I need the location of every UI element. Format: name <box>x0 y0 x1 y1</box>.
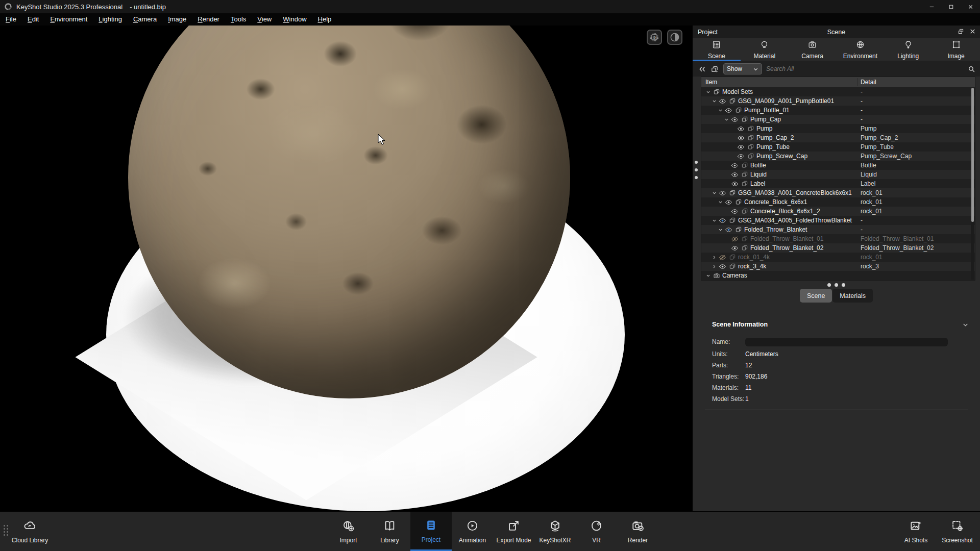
tree-row-rock-01-4k[interactable]: rock_01_4krock_01 <box>701 253 975 262</box>
search-input[interactable] <box>766 63 963 74</box>
scene-name-input[interactable] <box>745 338 948 346</box>
visibility-eye-icon[interactable] <box>736 153 746 160</box>
tree-row-cameras[interactable]: Cameras <box>701 271 975 280</box>
tree-row-concrete-block-6x6x1-2[interactable]: Concrete_Block_6x6x1_2rock_01 <box>701 207 975 216</box>
collapse-tree-icon[interactable] <box>698 65 706 73</box>
expander-icon[interactable] <box>717 227 724 233</box>
visibility-eye-icon[interactable] <box>730 116 740 123</box>
tree-row-liquid[interactable]: LiquidLiquid <box>701 170 975 179</box>
toolbar-ai-shots-button[interactable]: AI Shots <box>895 512 937 551</box>
tree-row-label[interactable]: LabelLabel <box>701 179 975 188</box>
visibility-eye-icon[interactable] <box>736 134 746 142</box>
menu-render[interactable]: Render <box>192 13 225 26</box>
scrollbar-thumb[interactable] <box>971 88 974 222</box>
tree-row-pump-bottle-01[interactable]: Pump_Bottle_01- <box>701 106 975 115</box>
toolbar-screenshot-button[interactable]: Screenshot <box>937 512 978 551</box>
menu-help[interactable]: Help <box>312 13 337 26</box>
close-panel-icon[interactable] <box>969 28 976 36</box>
toolbar-render-button[interactable]: Render <box>617 512 658 551</box>
tree-splitter-handle[interactable] <box>693 281 980 289</box>
panel-subtab-materials[interactable]: Materials <box>832 289 873 303</box>
expander-icon[interactable] <box>710 264 718 269</box>
tree-row-model-sets[interactable]: Model Sets- <box>701 87 975 96</box>
tree-row-folded-throw-blanket-01[interactable]: Folded_Throw_Blanket_01Folded_Throw_Blan… <box>701 234 975 243</box>
menu-lighting[interactable]: Lighting <box>93 13 128 26</box>
menu-tools[interactable]: Tools <box>225 13 252 26</box>
toolbar-cloud-library-button[interactable]: Cloud Library <box>9 512 51 551</box>
tree-row-pump-cap-2[interactable]: Pump_Cap_2Pump_Cap_2 <box>701 133 975 142</box>
column-detail[interactable]: Detail <box>861 79 876 86</box>
visibility-eye-icon[interactable] <box>730 244 740 252</box>
expander-icon[interactable] <box>717 199 724 205</box>
column-item[interactable]: Item <box>701 79 717 86</box>
tree-scrollbar[interactable] <box>971 88 974 280</box>
maximize-button[interactable] <box>941 0 961 13</box>
tab-material[interactable]: Material <box>741 38 789 61</box>
visibility-eye-icon[interactable] <box>718 189 727 197</box>
expander-icon[interactable] <box>704 89 712 95</box>
toolbar-export-mode-button[interactable]: Export Mode <box>493 512 534 551</box>
toolbar-vr-button[interactable]: VR <box>576 512 617 551</box>
menu-camera[interactable]: Camera <box>128 13 162 26</box>
add-model-set-icon[interactable] <box>710 65 719 73</box>
expander-icon[interactable] <box>710 98 718 104</box>
panel-subtab-scene[interactable]: Scene <box>800 289 832 303</box>
toolbar-keyshotxr-button[interactable]: KeyShotXR <box>534 512 576 551</box>
visibility-eye-off-icon[interactable] <box>718 254 727 261</box>
visibility-eye-partial-icon[interactable] <box>718 217 727 224</box>
tree-row-pump-tube[interactable]: Pump_TubePump_Tube <box>701 142 975 152</box>
expander-icon[interactable] <box>710 255 718 260</box>
visibility-eye-icon[interactable] <box>724 198 733 206</box>
tree-row-folded-throw-blanket-02[interactable]: Folded_Throw_Blanket_02Folded_Throw_Blan… <box>701 243 975 253</box>
panel-resize-handle[interactable] <box>695 161 698 179</box>
tree-row-bottle[interactable]: BottleBottle <box>701 161 975 170</box>
tree-row-gsg-ma009-a001-pumpbottle01[interactable]: GSG_MA009_A001_PumpBottle01- <box>701 96 975 106</box>
toolbar-import-button[interactable]: Import <box>328 512 369 551</box>
menu-file[interactable]: File <box>0 13 22 26</box>
tree-row-rock-3-4k[interactable]: rock_3_4krock_3 <box>701 262 975 271</box>
tab-lighting[interactable]: Lighting <box>884 38 932 61</box>
menu-view[interactable]: View <box>252 13 277 26</box>
close-button[interactable] <box>961 0 980 13</box>
menu-edit[interactable]: Edit <box>22 13 44 26</box>
expander-icon[interactable] <box>723 117 730 122</box>
menu-image[interactable]: Image <box>162 13 192 26</box>
undock-panel-icon[interactable] <box>958 28 964 36</box>
visibility-eye-icon[interactable] <box>736 125 746 133</box>
menu-window[interactable]: Window <box>277 13 312 26</box>
expander-icon[interactable] <box>717 108 724 113</box>
environment-sphere-button[interactable] <box>667 30 682 45</box>
tree-row-pump-screw-cap[interactable]: Pump_Screw_CapPump_Screw_Cap <box>701 152 975 161</box>
visibility-eye-icon[interactable] <box>730 180 740 188</box>
toolbar-library-button[interactable]: Library <box>369 512 410 551</box>
show-dropdown[interactable]: Show <box>723 63 762 74</box>
visibility-eye-off-icon[interactable] <box>730 235 740 243</box>
visibility-eye-icon[interactable] <box>724 107 733 114</box>
tree-row-gsg-ma034-a005-foldedthrowblanket[interactable]: GSG_MA034_A005_FoldedThrowBlanket- <box>701 216 975 225</box>
expander-icon[interactable] <box>710 218 718 223</box>
visibility-eye-icon[interactable] <box>730 208 740 215</box>
tab-camera[interactable]: Camera <box>789 38 837 61</box>
tree-row-pump[interactable]: PumpPump <box>701 124 975 133</box>
search-icon[interactable] <box>967 65 976 73</box>
expander-icon[interactable] <box>710 190 718 196</box>
expander-icon[interactable] <box>704 273 712 279</box>
tab-image[interactable]: Image <box>932 38 980 61</box>
visibility-eye-icon[interactable] <box>718 263 727 270</box>
visibility-eye-icon[interactable] <box>718 97 727 105</box>
visibility-eye-partial-icon[interactable] <box>724 226 733 234</box>
tab-scene[interactable]: Scene <box>693 38 741 61</box>
visibility-eye-icon[interactable] <box>730 171 740 179</box>
toolbar-animation-button[interactable]: Animation <box>452 512 493 551</box>
visibility-eye-icon[interactable] <box>736 143 746 151</box>
scene-information-header[interactable]: Scene Information <box>700 321 973 328</box>
gpu-mode-button[interactable]: G <box>647 30 662 45</box>
minimize-button[interactable] <box>922 0 941 13</box>
tree-row-pump-cap[interactable]: Pump_Cap- <box>701 115 975 124</box>
3d-viewport[interactable]: G <box>0 26 693 511</box>
tab-environment[interactable]: Environment <box>836 38 884 61</box>
tree-row-concrete-block-6x6x1[interactable]: Concrete_Block_6x6x1rock_01 <box>701 197 975 207</box>
toolbar-drag-handle[interactable] <box>4 525 8 536</box>
tree-row-folded-throw-blanket[interactable]: Folded_Throw_Blanket- <box>701 225 975 234</box>
tree-row-gsg-ma038-a001-concreteblock6x6x1[interactable]: GSG_MA038_A001_ConcreteBlock6x6x1rock_01 <box>701 188 975 197</box>
